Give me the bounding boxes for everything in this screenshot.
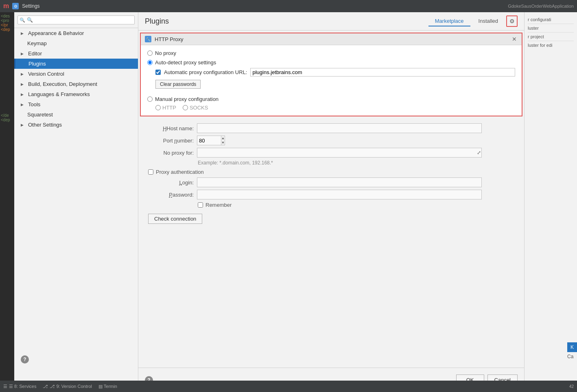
plugins-header: Plugins Marketplace Installed ⚙	[138, 12, 524, 31]
sidebar-items-list: ▶ Appearance & Behavior Keymap ▶ Editor …	[14, 28, 138, 392]
http-proxy-dialog: 🔧 HTTP Proxy ✕ No proxy	[140, 33, 522, 116]
proxy-auth-row: Proxy authentication	[148, 169, 518, 175]
sidebar-item-build[interactable]: ▶ Build, Execution, Deployment	[14, 79, 138, 89]
status-bar: ☰ ☰ 8: Services ⎇ ⎇ 9: Version Control ▤…	[0, 381, 577, 392]
port-number-row: Port number: ▲ ▼	[145, 136, 518, 145]
chevron-right-icon: ▶	[21, 82, 26, 86]
proxy-url-input[interactable]	[250, 68, 515, 77]
chevron-right-icon: ▶	[21, 123, 26, 127]
port-spinners: ▲ ▼	[221, 136, 225, 145]
expand-icon: ⤢	[477, 150, 481, 155]
port-wrap: ▲ ▼	[197, 136, 225, 145]
settings-window: ▶ Appearance & Behavior Keymap ▶ Editor …	[14, 12, 577, 392]
tab-installed[interactable]: Installed	[472, 16, 505, 26]
gear-settings-button[interactable]: ⚙	[506, 15, 518, 27]
check-connection-button[interactable]: Check connection	[148, 214, 202, 224]
no-proxy-label: No proxy	[155, 50, 176, 56]
auto-detect-label: Auto-detect proxy settings	[155, 59, 216, 66]
auto-detect-radio[interactable]	[147, 60, 153, 65]
right-panel-item-4: luster for edi	[528, 41, 574, 49]
code-panel: <des <pro </pr <dep </de <dep	[0, 12, 14, 392]
sidebar-item-other-settings[interactable]: ▶ Other Settings	[14, 120, 138, 130]
sidebar-item-editor[interactable]: ▶ Editor	[14, 48, 138, 59]
no-proxy-for-row: No proxy for: ⤢	[145, 148, 518, 158]
proxy-auth-label: Proxy authentication	[156, 169, 204, 175]
chevron-right-icon: ▶	[21, 72, 26, 76]
ca-partial-text: Ca	[567, 354, 577, 359]
password-input[interactable]	[197, 190, 482, 199]
http-radio-label: HTTP	[155, 105, 176, 111]
http-radio[interactable]	[155, 105, 161, 110]
proxy-url-row: Automatic proxy configuration URL:	[155, 68, 515, 77]
chevron-right-icon: ▶	[21, 52, 26, 56]
sidebar-item-keymap[interactable]: Keymap	[14, 38, 138, 48]
right-panel-item-3: r project	[528, 33, 574, 41]
no-proxy-for-label: No proxy for:	[145, 150, 194, 156]
clear-passwords-button[interactable]: Clear passwords	[155, 80, 201, 89]
auto-config-url-label: Automatic proxy configuration URL:	[164, 69, 247, 75]
version-control-status[interactable]: ⎇ ⎇ 9: Version Control	[43, 384, 92, 389]
title-bar-app-name: GdokeSausOrderWebApplication	[508, 4, 574, 9]
ok-partial-button[interactable]: K	[567, 342, 577, 352]
dialog-title: HTTP Proxy	[155, 36, 508, 42]
sidebar-search-container	[14, 12, 138, 28]
login-input[interactable]	[197, 177, 482, 187]
chevron-right-icon: ▶	[21, 103, 26, 107]
plugins-tabs: Marketplace Installed ⚙	[428, 15, 518, 27]
manual-proxy-row: Manual proxy configuration	[147, 96, 515, 102]
dialog-body: No proxy Auto-detect proxy settings	[141, 45, 522, 116]
sidebar-search-input[interactable]	[17, 15, 135, 24]
socks-radio[interactable]	[183, 105, 188, 110]
example-text: Example: *.domain.com, 192.168.*	[198, 160, 518, 166]
chevron-right-icon: ▶	[21, 31, 26, 35]
remember-checkbox[interactable]	[198, 202, 203, 208]
main-content: Plugins Marketplace Installed ⚙ 🔧 HTTP P…	[138, 12, 524, 392]
sidebar-item-plugins[interactable]: Plugins	[14, 59, 138, 69]
sidebar-item-languages[interactable]: ▶ Languages & Frameworks	[14, 89, 138, 99]
terminal-status[interactable]: ▤ Termin	[98, 384, 117, 389]
auto-config-url-checkbox[interactable]	[155, 70, 161, 75]
proxy-auth-checkbox[interactable]	[148, 169, 153, 175]
right-panel-item-1: r configurati	[528, 15, 574, 24]
settings-sidebar: ▶ Appearance & Behavior Keymap ▶ Editor …	[14, 12, 138, 392]
no-proxy-radio[interactable]	[147, 50, 153, 56]
login-label: Login:	[145, 180, 194, 186]
port-up-button[interactable]: ▲	[221, 136, 225, 140]
window-title: Settings	[22, 3, 39, 9]
host-name-input[interactable]	[197, 123, 482, 133]
manual-proxy-label: Manual proxy configuration	[155, 96, 219, 102]
settings-body: ▶ Appearance & Behavior Keymap ▶ Editor …	[14, 12, 577, 392]
sidebar-item-appearance[interactable]: ▶ Appearance & Behavior	[14, 28, 138, 38]
no-proxy-row: No proxy	[147, 50, 515, 56]
port-input[interactable]	[197, 136, 221, 145]
manual-proxy-radio[interactable]	[147, 96, 153, 102]
sidebar-item-squaretest[interactable]: Squaretest	[14, 109, 138, 120]
no-proxy-for-input[interactable]	[197, 148, 482, 158]
host-name-label: HHost name:	[145, 125, 194, 131]
password-row: Password:	[145, 190, 518, 199]
right-panel: r configurati luster r project luster fo…	[524, 12, 577, 392]
sidebar-item-tools[interactable]: ▶ Tools	[14, 99, 138, 109]
dialog-close-button[interactable]: ✕	[511, 36, 518, 42]
password-label: Password:	[145, 192, 194, 198]
auto-detect-section: Auto-detect proxy settings Automatic pro…	[147, 59, 515, 93]
services-status[interactable]: ☰ ☰ 8: Services	[3, 384, 36, 389]
sidebar-item-version-control[interactable]: ▶ Version Control	[14, 69, 138, 79]
help-icon-sidebar[interactable]: ?	[21, 355, 29, 364]
auto-detect-row: Auto-detect proxy settings	[147, 59, 515, 66]
status-right-number: 42	[569, 384, 574, 389]
login-row: Login:	[145, 177, 518, 187]
tab-marketplace[interactable]: Marketplace	[428, 16, 470, 26]
port-down-button[interactable]: ▼	[221, 140, 225, 145]
host-name-row: HHost name:	[145, 123, 518, 133]
port-label: Port number:	[145, 138, 194, 144]
top-bar: m ⚙ Settings GdokeSausOrderWebApplicatio…	[0, 0, 577, 12]
socks-radio-label: SOCKS	[183, 105, 208, 111]
http-proxy-icon: 🔧	[145, 36, 151, 42]
chevron-right-icon: ▶	[21, 92, 26, 96]
proxy-form: HHost name: Port number: ▲ ▼	[138, 120, 524, 227]
remember-row: Remember	[198, 202, 518, 208]
plugins-title: Plugins	[145, 17, 169, 26]
app-icon: m	[3, 2, 9, 10]
http-socks-row: HTTP SOCKS	[155, 105, 515, 111]
